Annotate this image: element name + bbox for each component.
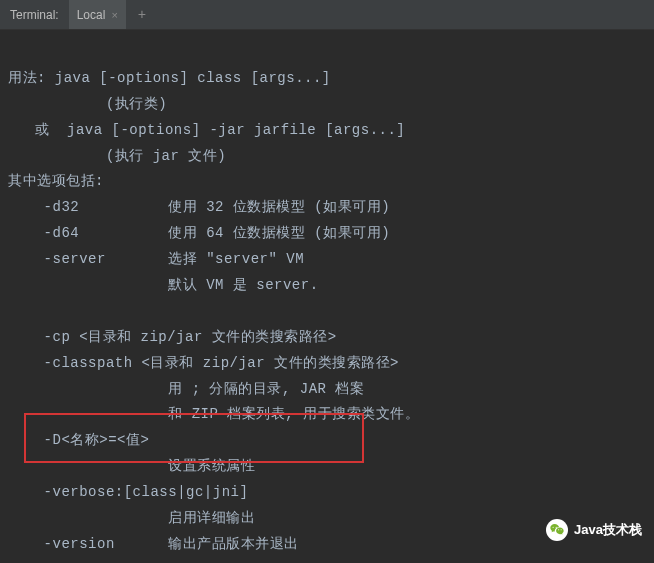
terminal-tab-local[interactable]: Local × [69, 0, 126, 29]
wechat-icon [546, 519, 568, 541]
close-icon[interactable]: × [111, 9, 117, 21]
output-line: 用 ; 分隔的目录, JAR 档案 [8, 381, 364, 397]
terminal-panel-label: Terminal: [0, 8, 69, 22]
output-line: -verbose:[class|gc|jni] [8, 484, 248, 500]
output-line: 默认 VM 是 server. [8, 277, 319, 293]
watermark-text: Java技术栈 [574, 521, 642, 539]
output-line: 和 ZIP 档案列表, 用于搜索类文件。 [8, 406, 419, 422]
output-line: 其中选项包括: [8, 173, 104, 189]
output-line: 启用详细输出 [8, 510, 255, 526]
output-line: -version 输出产品版本并退出 [8, 536, 299, 552]
output-line: -d32 使用 32 位数据模型 (如果可用) [8, 199, 390, 215]
add-tab-icon[interactable]: + [138, 7, 146, 23]
terminal-output[interactable]: 用法: java [-options] class [args...] (执行类… [0, 30, 654, 563]
terminal-tab-bar: Terminal: Local × + [0, 0, 654, 30]
output-line: -cp <目录和 zip/jar 文件的类搜索路径> [8, 329, 337, 345]
output-line: -D<名称>=<值> [8, 432, 149, 448]
watermark: Java技术栈 [546, 519, 642, 541]
tab-title: Local [77, 8, 106, 22]
output-line: 用法: java [-options] class [args...] [8, 70, 331, 86]
output-line: (执行类) [8, 96, 167, 112]
output-line: (执行 jar 文件) [8, 148, 226, 164]
output-line: 或 java [-options] -jar jarfile [args...] [8, 122, 405, 138]
output-line: -classpath <目录和 zip/jar 文件的类搜索路径> [8, 355, 399, 371]
output-line: -server 选择 "server" VM [8, 251, 304, 267]
output-line: 设置系统属性 [8, 458, 255, 474]
output-line: -d64 使用 64 位数据模型 (如果可用) [8, 225, 390, 241]
